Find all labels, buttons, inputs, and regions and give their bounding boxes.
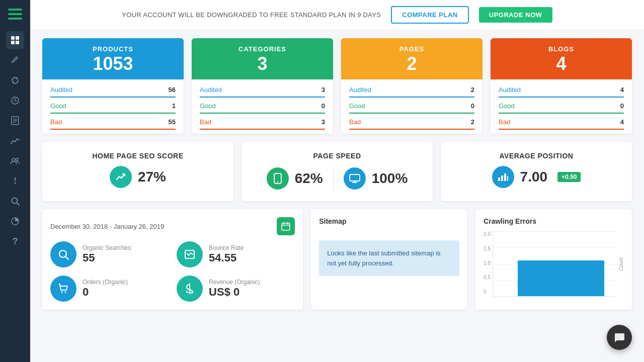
compare-plan-button[interactable]: COMPARE PLAN <box>391 6 468 24</box>
sidebar-item-alert[interactable]: ! <box>6 172 24 190</box>
svg-rect-4 <box>16 36 19 40</box>
main-content: YOUR ACCOUNT WILL BE DOWNGRADED TO FREE … <box>30 0 644 362</box>
blogs-good-val: 0 <box>620 102 624 110</box>
sidebar-item-edit[interactable] <box>6 51 24 69</box>
blogs-value: 4 <box>499 53 624 74</box>
seo-score-icon <box>110 166 132 188</box>
sidebar-item-search[interactable] <box>6 192 24 210</box>
desktop-speed-number: 100% <box>372 170 408 187</box>
products-good-val: 1 <box>172 102 176 110</box>
pages-bad-val: 2 <box>471 118 474 126</box>
analytics-date: December 30, 2018 - January 26, 2019 <box>50 223 164 230</box>
sitemap-card: Sitemap Looks like the last submitted si… <box>311 209 467 310</box>
svg-point-12 <box>12 158 15 161</box>
seo-score-number: 27% <box>138 169 166 185</box>
chat-bubble[interactable] <box>607 325 632 350</box>
analytics-card: December 30, 2018 - January 26, 2019 <box>42 209 303 310</box>
orders-icon <box>50 276 76 302</box>
orders-value: 0 <box>83 286 128 299</box>
speed-divider <box>333 166 334 191</box>
bounce-rate-value: 54.55 <box>209 251 244 264</box>
organic-searches-icon <box>50 241 76 267</box>
blogs-card: BLOGS 4 Audited 4 Good 0 Bad <box>491 38 632 134</box>
blogs-header: BLOGS 4 <box>491 38 632 79</box>
blogs-body: Audited 4 Good 0 Bad 4 <box>491 79 632 134</box>
svg-point-18 <box>277 182 278 183</box>
products-audited-label: Audited <box>50 86 72 94</box>
crawling-errors-card: Crawling Errors 2.0 1.5 1.0 0.5 0 <box>475 209 632 310</box>
avg-position-badge: +0.50 <box>557 172 581 182</box>
blogs-audited-val: 4 <box>620 86 624 94</box>
bounce-rate-item: Bounce Rate 54.55 <box>177 241 295 267</box>
svg-rect-23 <box>501 175 503 181</box>
products-card: PRODUCTS 1053 Audited 56 Good 1 Bad <box>42 38 184 134</box>
organic-searches-item: Organic Searches: 55 <box>50 241 169 267</box>
revenue-value: US$ 0 <box>209 286 260 299</box>
mobile-speed-icon <box>267 167 289 190</box>
sidebar-item-dashboard[interactable] <box>6 31 24 49</box>
mobile-speed-number: 62% <box>295 170 323 187</box>
svg-rect-24 <box>504 173 506 181</box>
svg-rect-6 <box>16 41 19 44</box>
orders-item: Orders (Organic) 0 <box>50 276 169 302</box>
products-value: 1053 <box>50 53 176 74</box>
pages-good-label: Good <box>349 102 365 110</box>
revenue-item: Revenue (Organic) US$ 0 <box>177 276 295 302</box>
svg-rect-5 <box>11 41 15 44</box>
orders-label: Orders (Organic) <box>83 279 128 286</box>
sidebar-item-users[interactable] <box>6 152 24 170</box>
sidebar: ! ? <box>0 0 30 362</box>
bounce-rate-text: Bounce Rate 54.55 <box>209 244 244 264</box>
sidebar-item-history[interactable] <box>6 92 24 110</box>
categories-card: CATEGORIES 3 Audited 3 Good 0 Bad <box>192 38 333 134</box>
pages-audited-val: 2 <box>471 86 474 94</box>
crawling-errors-title: Crawling Errors <box>484 217 624 225</box>
svg-rect-26 <box>282 223 290 230</box>
orders-text: Orders (Organic) 0 <box>83 279 128 299</box>
svg-rect-25 <box>507 176 508 181</box>
pages-header: PAGES 2 <box>341 38 482 79</box>
organic-searches-text: Organic Searches: 55 <box>83 244 132 264</box>
categories-audited-row: Audited 3 <box>200 83 325 97</box>
sitemap-title: Sitemap <box>319 217 459 225</box>
bounce-rate-icon <box>177 241 203 267</box>
products-good-label: Good <box>50 102 66 110</box>
avg-position-number: 7.00 <box>520 169 548 185</box>
avg-position-icon <box>492 166 514 188</box>
pages-good-row: Good 0 <box>349 100 474 113</box>
svg-rect-0 <box>8 9 22 11</box>
sidebar-item-analytics[interactable] <box>6 132 24 150</box>
products-header: PRODUCTS 1053 <box>42 38 184 79</box>
svg-point-34 <box>65 292 66 293</box>
blogs-label: BLOGS <box>499 45 624 53</box>
organic-searches-value: 55 <box>83 251 132 264</box>
sidebar-item-report[interactable] <box>6 112 24 130</box>
revenue-icon <box>177 276 203 302</box>
categories-bad-row: Bad 3 <box>200 116 325 129</box>
sidebar-item-help[interactable]: ? <box>6 232 24 250</box>
pages-good-val: 0 <box>471 102 474 110</box>
avg-position-value-row: 7.00 +0.50 <box>492 166 581 188</box>
categories-value: 3 <box>200 53 325 74</box>
y-label-1: 1.0 <box>484 260 491 266</box>
categories-audited-label: Audited <box>200 86 222 94</box>
svg-point-33 <box>61 292 63 293</box>
sidebar-item-sync[interactable] <box>6 71 24 89</box>
svg-line-31 <box>66 257 69 260</box>
products-bad-label: Bad <box>50 118 62 126</box>
calendar-button[interactable] <box>277 217 295 235</box>
sitemap-message: Looks like the last submitted sitemap is… <box>319 240 459 276</box>
desktop-speed-icon <box>344 167 366 190</box>
stats-row: PRODUCTS 1053 Audited 56 Good 1 Bad <box>42 38 632 134</box>
blogs-audited-row: Audited 4 <box>499 83 624 97</box>
blogs-bad-label: Bad <box>499 118 510 126</box>
sidebar-item-pie[interactable] <box>6 212 24 230</box>
crawl-bar <box>518 260 604 296</box>
svg-line-15 <box>17 203 19 205</box>
upgrade-now-button[interactable]: UPGRADE NOW <box>479 7 552 23</box>
svg-rect-3 <box>11 36 15 40</box>
products-body: Audited 56 Good 1 Bad 55 <box>42 79 184 134</box>
categories-label: CATEGORIES <box>200 45 325 53</box>
pages-bad-label: Bad <box>349 118 361 126</box>
seo-score-card: HOME PAGE SEO SCORE 27% <box>42 142 233 201</box>
